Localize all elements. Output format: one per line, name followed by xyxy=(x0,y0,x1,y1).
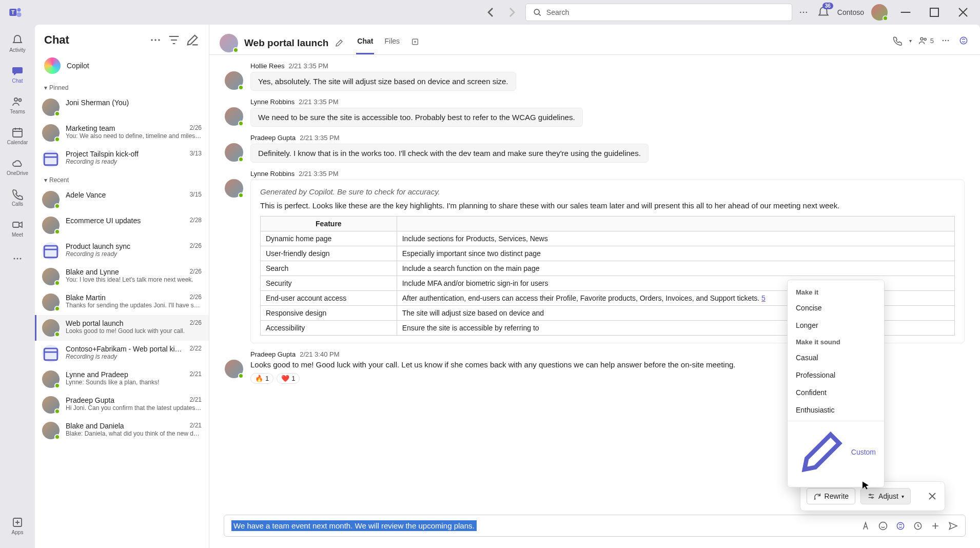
section-pinned[interactable]: ▾Pinned xyxy=(35,79,209,94)
sender-avatar xyxy=(225,107,243,126)
chat-list-item[interactable]: Pradeep Gupta2/21Hi Joni. Can you confir… xyxy=(35,392,209,418)
chat-list-item[interactable]: Blake and Daniela2/21Blake: Daniela, wha… xyxy=(35,418,209,443)
chat-list-item[interactable]: Joni Sherman (You) xyxy=(35,94,209,120)
rail-onedrive[interactable]: OneDrive xyxy=(3,152,32,181)
nav-forward-button[interactable] xyxy=(504,4,520,21)
chat-list-item[interactable]: Marketing team2/26You: We also need to d… xyxy=(35,120,209,146)
chat-list-item[interactable]: Lynne and Pradeep2/21Lynne: Sounds like … xyxy=(35,366,209,392)
chat-item-preview: Recording is ready xyxy=(66,250,202,258)
chat-item-name: Contoso+Fabrikam - Web portal ki… xyxy=(66,345,182,353)
rail-activity[interactable]: Activity xyxy=(3,29,32,57)
sender-avatar xyxy=(225,71,243,90)
window-maximize-button[interactable] xyxy=(924,4,945,21)
copilot-compose-icon[interactable] xyxy=(895,521,906,531)
rail-calendar[interactable]: Calendar xyxy=(3,121,32,150)
chat-list-item[interactable]: Product launch sync2/26Recording is read… xyxy=(35,238,209,264)
chat-item-name: Product launch sync xyxy=(66,242,130,250)
calendar-avatar-icon xyxy=(42,242,60,260)
svg-point-7 xyxy=(806,12,807,13)
chat-list-title: Chat xyxy=(44,33,144,47)
adjust-casual[interactable]: Casual xyxy=(788,349,884,366)
adjust-longer[interactable]: Longer xyxy=(788,317,884,334)
adjust-enthusiastic[interactable]: Enthusiastic xyxy=(788,401,884,419)
tab-files[interactable]: Files xyxy=(383,32,401,54)
window-close-button[interactable] xyxy=(952,4,974,21)
tab-add[interactable] xyxy=(410,32,420,54)
svg-text:T: T xyxy=(11,9,15,15)
edit-icon[interactable] xyxy=(335,38,344,48)
rail-more[interactable] xyxy=(3,244,32,273)
section-recent[interactable]: ▾Recent xyxy=(35,171,209,187)
chat-item-date: 3/13 xyxy=(190,150,202,158)
loop-icon[interactable] xyxy=(913,521,923,531)
rail-teams[interactable]: Teams xyxy=(3,90,32,119)
citation-link[interactable]: 5 xyxy=(761,294,766,302)
chat-list-item[interactable]: Blake Martin2/26Thanks for sending the u… xyxy=(35,289,209,315)
adjust-concise[interactable]: Concise xyxy=(788,299,884,317)
rail-meet[interactable]: Meet xyxy=(3,213,32,242)
chat-header: Web portal launch Chat Files ▾ 5 xyxy=(209,25,980,55)
phone-icon xyxy=(11,188,24,200)
chat-item-name: Marketing team xyxy=(66,124,115,132)
rail-calls[interactable]: Calls xyxy=(3,183,32,211)
svg-rect-8 xyxy=(930,8,938,16)
chat-item-date: 2/26 xyxy=(190,268,202,276)
chat-list-item[interactable]: Blake and Lynne2/26You: I love this idea… xyxy=(35,264,209,289)
new-chat-button[interactable] xyxy=(185,33,200,47)
rewrite-button[interactable]: Rewrite xyxy=(807,488,855,504)
format-icon[interactable] xyxy=(860,521,871,531)
reaction-heart[interactable]: ❤️ 1 xyxy=(277,373,300,384)
sender-avatar xyxy=(225,360,243,378)
emoji-icon[interactable] xyxy=(878,521,888,531)
nav-back-button[interactable] xyxy=(482,4,499,21)
more-ellipsis-icon[interactable] xyxy=(797,7,810,17)
filter-button[interactable] xyxy=(167,33,181,47)
rail-chat[interactable]: Chat xyxy=(3,60,32,88)
svg-rect-12 xyxy=(13,222,19,227)
svg-point-13 xyxy=(14,258,15,260)
chat-list-more-button[interactable] xyxy=(148,33,163,47)
send-icon[interactable] xyxy=(948,521,958,531)
adjust-confident[interactable]: Confident xyxy=(788,384,884,401)
app-rail: Activity Chat Teams Calendar OneDrive Ca… xyxy=(0,25,35,548)
svg-point-29 xyxy=(960,37,967,44)
adjust-custom[interactable]: Custom xyxy=(788,421,884,483)
table-cell: Accessibility xyxy=(261,321,397,336)
adjust-menu: Make it Concise Longer Make it sound Cas… xyxy=(787,280,885,487)
call-button[interactable] xyxy=(892,35,903,46)
notifications-button[interactable]: 36 xyxy=(817,6,830,19)
copilot-entry[interactable]: Copilot xyxy=(35,52,209,79)
chat-item-name: Pradeep Gupta xyxy=(66,396,114,404)
message-header: Lynne Robbins2/21 3:35 PM xyxy=(250,98,965,106)
avatar-icon xyxy=(42,99,60,116)
rail-apps[interactable]: Apps xyxy=(3,511,32,540)
participants-button[interactable]: 5 xyxy=(918,35,934,46)
chat-tabs: Chat Files xyxy=(356,32,420,54)
chat-list-item[interactable]: Ecommerce UI updates2/28 xyxy=(35,212,209,238)
chat-item-preview: You: We also need to define, timeline an… xyxy=(66,132,202,140)
adjust-button[interactable]: Adjust▾ xyxy=(860,488,911,504)
chat-list-item[interactable]: Adele Vance3/15 xyxy=(35,187,209,212)
window-minimize-button[interactable] xyxy=(895,4,916,21)
copilot-header-icon[interactable] xyxy=(957,35,970,46)
adjust-section-tone: Make it sound xyxy=(788,334,884,349)
chat-item-name: Adele Vance xyxy=(66,191,106,199)
svg-point-5 xyxy=(800,12,801,13)
tab-chat[interactable]: Chat xyxy=(356,32,374,54)
chat-more-button[interactable] xyxy=(940,35,951,46)
chat-list-header: Chat xyxy=(35,25,209,52)
plus-icon[interactable] xyxy=(930,521,940,531)
sender-avatar xyxy=(225,143,243,162)
adjust-professional[interactable]: Professional xyxy=(788,366,884,384)
copilot-panel-close[interactable] xyxy=(926,490,938,502)
user-avatar[interactable] xyxy=(871,4,888,21)
reaction-fire[interactable]: 🔥 1 xyxy=(250,373,273,384)
message-bubble: Definitely. I know that is in the works … xyxy=(250,144,649,163)
compose-input[interactable]: We have a team event next month. We will… xyxy=(224,515,966,537)
video-icon xyxy=(11,219,24,231)
chat-list-item[interactable]: Contoso+Fabrikam - Web portal ki…2/22Rec… xyxy=(35,341,209,366)
svg-point-1 xyxy=(17,8,21,12)
search-input[interactable]: Search xyxy=(525,4,792,21)
chat-list-item[interactable]: Project Tailspin kick-off3/13Recording i… xyxy=(35,146,209,171)
chat-list-item[interactable]: Web portal launch2/26Looks good to me! G… xyxy=(35,315,209,341)
